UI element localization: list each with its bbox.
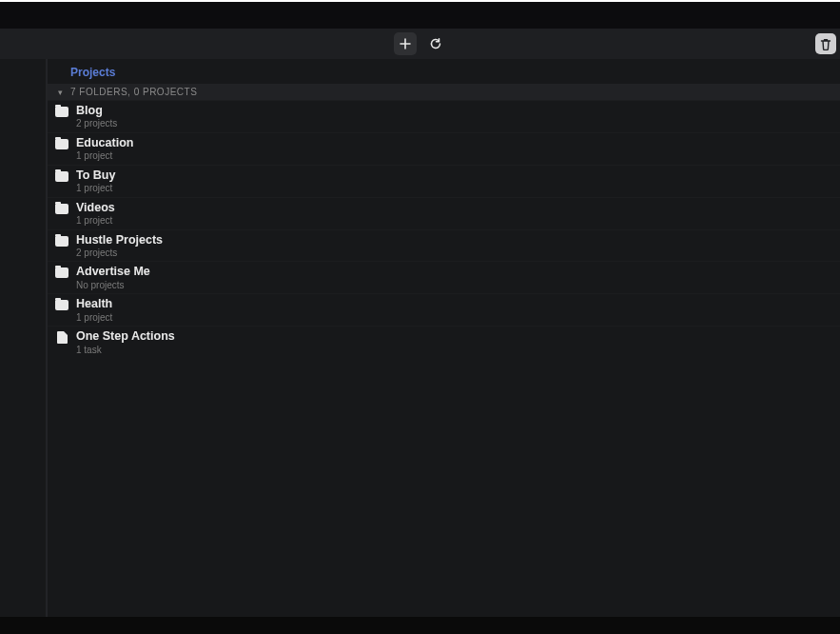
- refresh-icon: [429, 37, 442, 50]
- list-item[interactable]: Hustle Projects2 projects: [48, 229, 840, 262]
- delete-button[interactable]: [815, 33, 836, 54]
- list-item[interactable]: Health1 project: [48, 293, 840, 326]
- item-subtitle: 1 project: [76, 183, 115, 194]
- item-subtitle: 1 project: [76, 150, 133, 162]
- item-title: One Step Actions: [76, 329, 175, 343]
- add-button[interactable]: [394, 32, 417, 55]
- list-item[interactable]: Education1 project: [48, 132, 840, 165]
- toolbar-right: [815, 33, 836, 54]
- item-subtitle: 1 project: [76, 312, 112, 324]
- item-text: Advertise MeNo projects: [76, 265, 150, 290]
- document-icon: [57, 331, 68, 344]
- item-title: Hustle Projects: [76, 233, 163, 247]
- content-area: Projects ▾ 7 FOLDERS, 0 PROJECTS Blog2 p…: [0, 59, 840, 617]
- item-text: Hustle Projects2 projects: [76, 233, 163, 259]
- list-item[interactable]: One Step Actions1 task: [48, 326, 840, 358]
- item-text: Health1 project: [76, 297, 112, 323]
- item-title: Videos: [76, 201, 115, 214]
- trash-icon: [820, 38, 831, 50]
- item-text: Blog2 projects: [76, 104, 117, 129]
- left-rail: [0, 59, 46, 617]
- item-subtitle: No projects: [76, 280, 150, 291]
- folder-icon: [55, 204, 68, 214]
- item-title: Education: [76, 136, 133, 149]
- summary-row[interactable]: ▾ 7 FOLDERS, 0 PROJECTS: [48, 84, 840, 100]
- list-item[interactable]: Videos1 project: [48, 197, 840, 229]
- item-title: Blog: [76, 104, 117, 117]
- item-text: To Buy1 project: [76, 168, 115, 194]
- top-dark-gap: [0, 2, 840, 29]
- item-title: Health: [76, 297, 112, 310]
- item-subtitle: 1 task: [76, 345, 175, 356]
- list-item[interactable]: Blog2 projects: [48, 100, 840, 132]
- item-title: To Buy: [76, 168, 115, 182]
- folder-icon: [55, 267, 68, 278]
- item-text: Videos1 project: [76, 201, 115, 227]
- breadcrumb: Projects: [48, 59, 840, 84]
- plus-icon: [400, 38, 411, 50]
- folder-icon: [55, 139, 68, 149]
- toolbar-center: [394, 32, 447, 55]
- folder-icon: [55, 171, 68, 182]
- toolbar: [0, 29, 840, 59]
- item-text: One Step Actions1 task: [76, 329, 175, 355]
- folder-icon: [55, 107, 68, 117]
- bottom-bar: [0, 617, 840, 634]
- item-title: Advertise Me: [76, 265, 150, 278]
- breadcrumb-projects-link[interactable]: Projects: [70, 66, 115, 79]
- summary-text: 7 FOLDERS, 0 PROJECTS: [70, 87, 197, 97]
- list-item[interactable]: Advertise MeNo projects: [48, 261, 840, 293]
- folder-icon: [55, 236, 68, 247]
- list-item[interactable]: To Buy1 project: [48, 165, 840, 197]
- collapse-toggle[interactable]: ▾: [55, 88, 65, 97]
- refresh-button[interactable]: [424, 32, 447, 55]
- item-subtitle: 1 project: [76, 215, 115, 227]
- main-column: Projects ▾ 7 FOLDERS, 0 PROJECTS Blog2 p…: [48, 59, 840, 617]
- item-text: Education1 project: [76, 136, 133, 162]
- item-subtitle: 2 projects: [76, 248, 163, 259]
- folder-icon: [55, 300, 68, 310]
- item-subtitle: 2 projects: [76, 118, 117, 129]
- folder-list: Blog2 projectsEducation1 projectTo Buy1 …: [48, 100, 840, 358]
